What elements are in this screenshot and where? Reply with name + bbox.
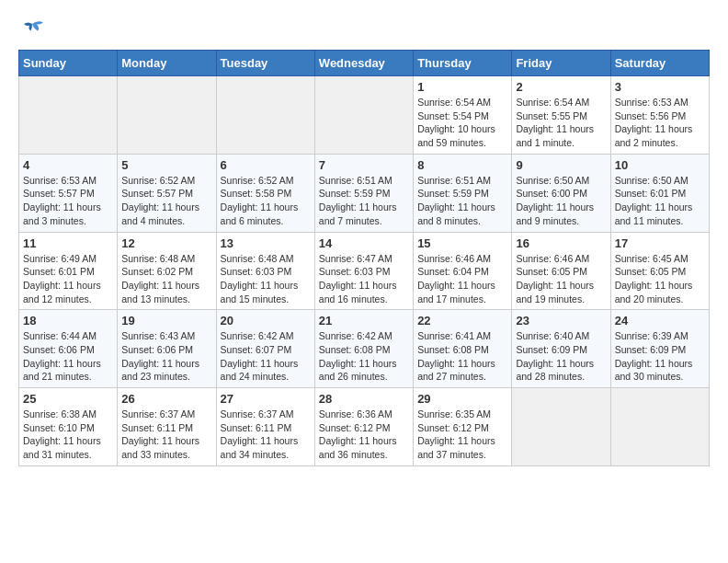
- calendar-cell: 2Sunrise: 6:54 AMSunset: 5:55 PMDaylight…: [512, 76, 610, 155]
- day-info: Sunrise: 6:54 AMSunset: 5:55 PMDaylight:…: [516, 96, 606, 150]
- day-number: 18: [23, 314, 113, 327]
- day-info: Sunrise: 6:48 AMSunset: 6:03 PMDaylight:…: [221, 252, 311, 306]
- day-number: 29: [417, 392, 507, 406]
- calendar-cell: 24Sunrise: 6:39 AMSunset: 6:09 PMDayligh…: [610, 310, 709, 388]
- weekday-header-friday: Friday: [512, 51, 610, 76]
- weekday-header-monday: Monday: [118, 51, 216, 76]
- day-number: 26: [121, 392, 211, 406]
- calendar-cell: 15Sunrise: 6:46 AMSunset: 6:04 PMDayligh…: [414, 232, 512, 310]
- day-info: Sunrise: 6:51 AMSunset: 5:59 PMDaylight:…: [319, 174, 409, 228]
- calendar-cell: 27Sunrise: 6:37 AMSunset: 6:11 PMDayligh…: [216, 388, 314, 466]
- day-info: Sunrise: 6:40 AMSunset: 6:09 PMDaylight:…: [516, 329, 606, 384]
- day-info: Sunrise: 6:50 AMSunset: 6:00 PMDaylight:…: [516, 174, 606, 228]
- day-number: 24: [615, 314, 705, 327]
- calendar-cell: 28Sunrise: 6:36 AMSunset: 6:12 PMDayligh…: [314, 388, 413, 466]
- day-info: Sunrise: 6:36 AMSunset: 6:12 PMDaylight:…: [319, 408, 409, 462]
- weekday-header-row: SundayMondayTuesdayWednesdayThursdayFrid…: [19, 51, 710, 76]
- calendar-cell: 26Sunrise: 6:37 AMSunset: 6:11 PMDayligh…: [118, 388, 216, 466]
- day-info: Sunrise: 6:53 AMSunset: 5:57 PMDaylight:…: [23, 174, 113, 228]
- calendar-week-2: 4Sunrise: 6:53 AMSunset: 5:57 PMDaylight…: [19, 154, 710, 232]
- calendar-week-4: 18Sunrise: 6:44 AMSunset: 6:06 PMDayligh…: [19, 310, 710, 388]
- day-number: 7: [319, 158, 409, 172]
- calendar-cell: 17Sunrise: 6:45 AMSunset: 6:05 PMDayligh…: [610, 232, 709, 310]
- weekday-header-thursday: Thursday: [414, 51, 512, 76]
- day-number: 6: [221, 158, 311, 172]
- day-number: 2: [516, 80, 606, 94]
- calendar-cell: 29Sunrise: 6:35 AMSunset: 6:12 PMDayligh…: [414, 388, 512, 466]
- day-number: 25: [23, 392, 113, 406]
- day-info: Sunrise: 6:46 AMSunset: 6:05 PMDaylight:…: [516, 252, 606, 306]
- day-number: 1: [417, 80, 507, 94]
- day-number: 27: [221, 392, 311, 406]
- calendar-cell: 3Sunrise: 6:53 AMSunset: 5:56 PMDaylight…: [610, 76, 709, 155]
- day-number: 15: [417, 236, 507, 250]
- calendar-cell: 9Sunrise: 6:50 AMSunset: 6:00 PMDaylight…: [512, 154, 610, 232]
- day-info: Sunrise: 6:52 AMSunset: 5:58 PMDaylight:…: [221, 174, 311, 228]
- day-info: Sunrise: 6:42 AMSunset: 6:07 PMDaylight:…: [221, 329, 311, 384]
- day-info: Sunrise: 6:35 AMSunset: 6:12 PMDaylight:…: [417, 408, 507, 462]
- day-number: 19: [121, 314, 211, 327]
- calendar-week-5: 25Sunrise: 6:38 AMSunset: 6:10 PMDayligh…: [19, 388, 710, 466]
- day-number: 20: [221, 314, 311, 327]
- day-number: 12: [121, 236, 211, 250]
- calendar-cell: 25Sunrise: 6:38 AMSunset: 6:10 PMDayligh…: [19, 388, 118, 466]
- day-info: Sunrise: 6:46 AMSunset: 6:04 PMDaylight:…: [417, 252, 507, 306]
- calendar-cell: [610, 388, 709, 466]
- day-number: 10: [615, 158, 705, 172]
- day-number: 14: [319, 236, 409, 250]
- day-info: Sunrise: 6:45 AMSunset: 6:05 PMDaylight:…: [615, 252, 705, 306]
- day-number: 23: [516, 314, 606, 327]
- day-info: Sunrise: 6:39 AMSunset: 6:09 PMDaylight:…: [615, 329, 705, 384]
- day-info: Sunrise: 6:43 AMSunset: 6:06 PMDaylight:…: [121, 329, 211, 384]
- day-number: 16: [516, 236, 606, 250]
- day-number: 5: [121, 158, 211, 172]
- calendar-cell: 4Sunrise: 6:53 AMSunset: 5:57 PMDaylight…: [19, 154, 118, 232]
- day-number: 11: [23, 236, 113, 250]
- day-number: 8: [417, 158, 507, 172]
- day-info: Sunrise: 6:41 AMSunset: 6:08 PMDaylight:…: [417, 329, 507, 384]
- day-info: Sunrise: 6:37 AMSunset: 6:11 PMDaylight:…: [121, 408, 211, 462]
- calendar-cell: 8Sunrise: 6:51 AMSunset: 5:59 PMDaylight…: [414, 154, 512, 232]
- day-info: Sunrise: 6:38 AMSunset: 6:10 PMDaylight:…: [23, 408, 113, 462]
- day-number: 9: [516, 158, 606, 172]
- day-info: Sunrise: 6:53 AMSunset: 5:56 PMDaylight:…: [615, 96, 705, 150]
- day-number: 3: [615, 80, 705, 94]
- day-number: 21: [319, 314, 409, 327]
- day-number: 4: [23, 158, 113, 172]
- weekday-header-saturday: Saturday: [610, 51, 709, 76]
- calendar-cell: 23Sunrise: 6:40 AMSunset: 6:09 PMDayligh…: [512, 310, 610, 388]
- page-header: [18, 18, 710, 40]
- calendar-cell: 6Sunrise: 6:52 AMSunset: 5:58 PMDaylight…: [216, 154, 314, 232]
- calendar-cell: 10Sunrise: 6:50 AMSunset: 6:01 PMDayligh…: [610, 154, 709, 232]
- weekday-header-tuesday: Tuesday: [216, 51, 314, 76]
- calendar-cell: 12Sunrise: 6:48 AMSunset: 6:02 PMDayligh…: [118, 232, 216, 310]
- calendar-cell: [512, 388, 610, 466]
- calendar-cell: 16Sunrise: 6:46 AMSunset: 6:05 PMDayligh…: [512, 232, 610, 310]
- calendar-cell: 1Sunrise: 6:54 AMSunset: 5:54 PMDaylight…: [414, 76, 512, 155]
- logo: [18, 18, 50, 40]
- calendar-cell: 19Sunrise: 6:43 AMSunset: 6:06 PMDayligh…: [118, 310, 216, 388]
- calendar-cell: 11Sunrise: 6:49 AMSunset: 6:01 PMDayligh…: [19, 232, 118, 310]
- calendar-cell: 14Sunrise: 6:47 AMSunset: 6:03 PMDayligh…: [314, 232, 413, 310]
- calendar-cell: [314, 76, 413, 155]
- calendar-week-3: 11Sunrise: 6:49 AMSunset: 6:01 PMDayligh…: [19, 232, 710, 310]
- calendar-cell: 22Sunrise: 6:41 AMSunset: 6:08 PMDayligh…: [414, 310, 512, 388]
- day-info: Sunrise: 6:42 AMSunset: 6:08 PMDaylight:…: [319, 329, 409, 384]
- calendar-cell: [19, 76, 118, 155]
- calendar-cell: 18Sunrise: 6:44 AMSunset: 6:06 PMDayligh…: [19, 310, 118, 388]
- day-info: Sunrise: 6:48 AMSunset: 6:02 PMDaylight:…: [121, 252, 211, 306]
- weekday-header-wednesday: Wednesday: [314, 51, 413, 76]
- calendar-cell: [118, 76, 216, 155]
- weekday-header-sunday: Sunday: [19, 51, 118, 76]
- calendar-cell: 13Sunrise: 6:48 AMSunset: 6:03 PMDayligh…: [216, 232, 314, 310]
- day-info: Sunrise: 6:37 AMSunset: 6:11 PMDaylight:…: [221, 408, 311, 462]
- day-number: 13: [221, 236, 311, 250]
- logo-icon: [18, 18, 46, 40]
- calendar-cell: 20Sunrise: 6:42 AMSunset: 6:07 PMDayligh…: [216, 310, 314, 388]
- day-info: Sunrise: 6:52 AMSunset: 5:57 PMDaylight:…: [121, 174, 211, 228]
- calendar-cell: 21Sunrise: 6:42 AMSunset: 6:08 PMDayligh…: [314, 310, 413, 388]
- day-info: Sunrise: 6:51 AMSunset: 5:59 PMDaylight:…: [417, 174, 507, 228]
- day-number: 17: [615, 236, 705, 250]
- calendar-table: SundayMondayTuesdayWednesdayThursdayFrid…: [18, 50, 710, 466]
- day-info: Sunrise: 6:50 AMSunset: 6:01 PMDaylight:…: [615, 174, 705, 228]
